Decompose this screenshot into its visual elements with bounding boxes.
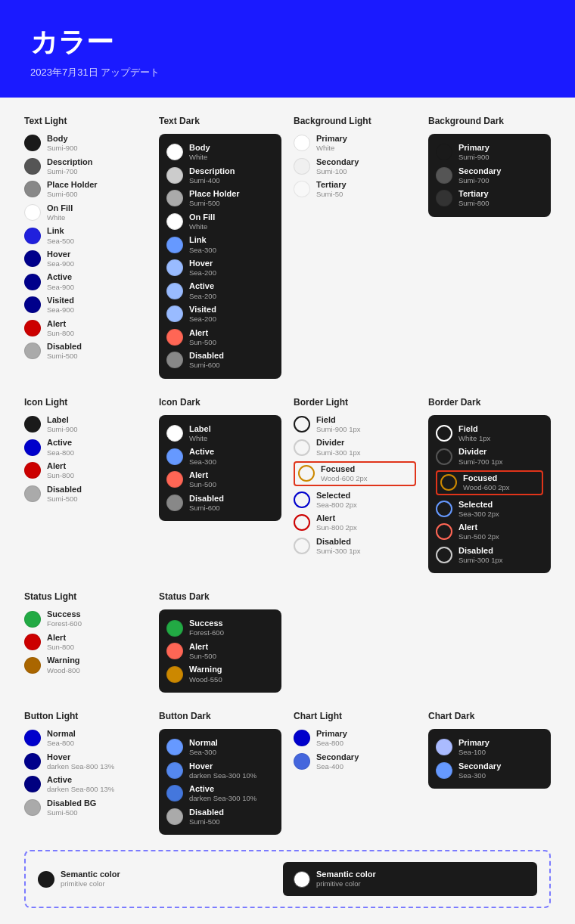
color-name: Disabled BG (47, 798, 96, 808)
color-swatch (24, 462, 41, 479)
dark-panel: FieldWhite 1pxDividerSumi-700 1pxFocused… (428, 415, 551, 573)
color-swatch (24, 250, 41, 267)
color-swatch (294, 135, 310, 151)
color-item: Hoverdarken Sea-800 13% (24, 752, 147, 771)
color-item: SuccessForest-600 (24, 609, 147, 628)
dark-panel: BodyWhiteDescriptionSumi-400Place Holder… (159, 134, 281, 379)
color-swatch (24, 320, 41, 336)
color-item: Activedarken Sea-300 10% (166, 784, 274, 803)
color-value: Sun-800 (47, 329, 74, 337)
color-value: Sea-800 (47, 739, 76, 747)
color-name: Disabled (47, 485, 82, 495)
color-item: AlertSun-800 (24, 633, 147, 652)
color-swatch (436, 739, 452, 755)
color-value: Sumi-400 (189, 176, 235, 184)
color-name: Link (189, 235, 216, 245)
color-swatch (24, 135, 41, 151)
color-swatch (436, 167, 452, 184)
color-swatch (24, 204, 41, 221)
color-swatch (166, 237, 183, 253)
color-value: Sea-300 (458, 771, 501, 780)
semantic-dark: Semantic colorprimitive color (283, 862, 537, 896)
color-value: Sun-500 (189, 338, 216, 346)
color-swatch (294, 538, 310, 554)
color-name: Warning (47, 656, 80, 665)
color-value: Sea-500 (47, 237, 74, 245)
color-name: Normal (189, 738, 218, 748)
color-item: PrimaryWhite (294, 134, 416, 153)
dark-panel: LabelWhiteActiveSea-300AlertSun-500Disab… (159, 415, 281, 521)
section-title: Icon Light (24, 397, 147, 408)
color-swatch (166, 762, 183, 779)
section-title: Border Dark (428, 397, 551, 408)
color-item: NormalSea-800 (24, 729, 147, 748)
semantic-section: Semantic colorprimitive colorSemantic co… (24, 850, 551, 908)
color-swatch (294, 753, 310, 770)
color-name: Alert (47, 633, 74, 643)
color-name: Alert (189, 470, 216, 480)
dark-panel: PrimarySumi-900SecondarySumi-700Tertiary… (428, 134, 551, 217)
color-value: Sea-200 (189, 315, 216, 323)
color-value: Sea-900 (47, 283, 74, 291)
color-item: SelectedSea-300 2px (436, 500, 543, 519)
color-swatch (166, 808, 183, 825)
color-item: WarningWood-800 (24, 656, 147, 674)
color-value: Sea-900 (47, 259, 74, 268)
color-section: Button LightNormalSea-800Hoverdarken Sea… (24, 711, 147, 835)
color-name: Field (316, 415, 361, 425)
color-swatch (166, 785, 183, 802)
color-value: Sumi-300 1px (316, 547, 361, 555)
color-swatch (298, 465, 315, 482)
color-value: Sun-800 2px (316, 523, 357, 532)
section-title: Chart Light (294, 711, 416, 721)
color-swatch (24, 657, 41, 674)
color-value: Sumi-300 1px (458, 556, 503, 564)
color-value: Wood-800 (47, 666, 80, 674)
color-swatch (24, 181, 41, 197)
color-name: Focused (321, 464, 368, 474)
color-item: Place HolderSumi-600 (24, 180, 147, 199)
color-item: ActiveSea-300 (166, 447, 274, 466)
color-value: Sumi-300 1px (316, 448, 361, 457)
color-name: Active (189, 447, 216, 457)
color-item: AlertSun-800 (24, 319, 147, 338)
color-value: Sumi-700 (458, 176, 501, 184)
color-item: DisabledSumi-500 (24, 485, 147, 504)
header: カラー 2023年7月31日 アップデート (0, 0, 575, 98)
color-item: AlertSun-500 2px (436, 522, 543, 541)
color-swatch (24, 274, 41, 290)
color-swatch (166, 495, 183, 511)
color-item: BodyWhite (166, 143, 274, 162)
color-name: Alert (47, 319, 74, 329)
color-value: darken Sea-800 13% (47, 762, 114, 771)
color-name: Disabled (458, 546, 503, 556)
color-name: Active (47, 272, 74, 282)
color-name: Active (47, 775, 114, 785)
color-name: Alert (47, 461, 74, 471)
color-name: Primary (458, 738, 490, 748)
color-value: White (189, 153, 210, 161)
color-swatch (24, 296, 41, 313)
color-item: HoverSea-200 (166, 259, 274, 278)
color-value: Sea-800 (47, 448, 74, 457)
color-name: Disabled (189, 351, 224, 361)
color-value: Sea-900 (47, 305, 74, 314)
color-section: Icon DarkLabelWhiteActiveSea-300AlertSun… (159, 397, 281, 573)
color-swatch (436, 190, 452, 206)
color-value: Forest-600 (47, 619, 82, 628)
color-swatch (24, 611, 41, 628)
dark-panel: PrimarySea-100SecondarySea-300 (428, 729, 551, 789)
color-item: On FillWhite (24, 203, 147, 222)
color-item: AlertSun-500 (166, 470, 274, 489)
color-value: Sumi-800 (458, 199, 490, 207)
header-subtitle: 2023年7月31日 アップデート (30, 66, 545, 79)
color-value: Sun-500 (189, 480, 216, 488)
color-item: DisabledSumi-600 (166, 351, 274, 370)
color-value: Sun-800 (47, 471, 74, 479)
color-item: Activedarken Sea-800 13% (24, 775, 147, 794)
color-item: LabelWhite (166, 424, 274, 443)
color-swatch (166, 259, 183, 276)
color-swatch (24, 439, 41, 456)
color-swatch (166, 167, 183, 184)
color-swatch (24, 416, 41, 433)
